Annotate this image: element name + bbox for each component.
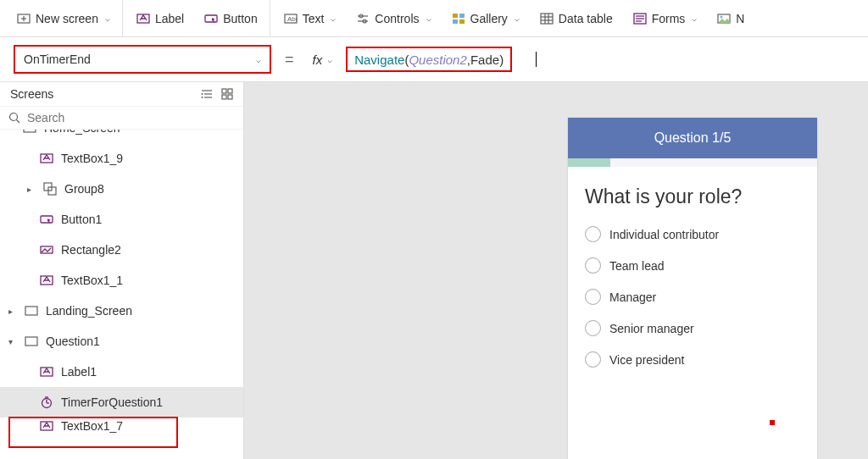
new-screen-label: New screen	[36, 12, 98, 25]
label-button[interactable]: Label	[126, 0, 194, 36]
question-title: What is your role?	[568, 167, 817, 218]
forms-button[interactable]: Forms ⌵	[623, 0, 708, 36]
tree-view-list-icon[interactable]	[201, 88, 213, 100]
media-label: N	[736, 12, 744, 25]
media-icon	[717, 12, 731, 25]
chevron-down-icon: ⌵	[515, 14, 520, 23]
forms-icon	[633, 12, 647, 25]
screen-icon	[22, 130, 37, 135]
radio-icon[interactable]	[585, 289, 601, 305]
tree-item-rectangle2[interactable]: Rectangle2	[0, 235, 243, 265]
chevron-down-icon: ⌵	[256, 55, 261, 64]
tree-item-home_screen[interactable]: Home_Screen	[0, 130, 243, 143]
label-icon	[39, 273, 54, 288]
data-table-icon	[540, 12, 554, 25]
annotation-dot	[770, 420, 775, 425]
tree-item-textbox1_7[interactable]: TextBox1_7	[0, 418, 243, 434]
option-senior-manager[interactable]: Senior manager	[585, 312, 800, 344]
search-input[interactable]	[25, 110, 235, 125]
option-label: Senior manager	[609, 322, 694, 335]
data-table-label: Data table	[559, 12, 613, 25]
svg-rect-34	[228, 95, 232, 99]
label-icon	[39, 151, 54, 166]
svg-rect-31	[222, 89, 226, 93]
svg-rect-13	[453, 19, 458, 24]
tree-item-question1[interactable]: ▾Question1	[0, 326, 243, 357]
option-individual-contributor[interactable]: Individual contributor	[585, 218, 800, 250]
tree-item-label1[interactable]: Label1	[0, 357, 243, 387]
tree-item-label: Group8	[64, 182, 104, 196]
tree-item-button1[interactable]: Button1	[0, 204, 243, 235]
canvas-area[interactable]: Question 1/5 What is your role? Individu…	[244, 82, 868, 459]
label-icon	[39, 364, 54, 379]
tree-title: Screens	[10, 87, 53, 101]
tree-item-timerforquestion1[interactable]: TimerForQuestion1	[0, 387, 243, 418]
timer-icon	[39, 395, 54, 410]
expand-arrow-icon[interactable]: ▸	[3, 307, 17, 316]
tree-item-landing_screen[interactable]: ▸Landing_Screen	[0, 296, 243, 326]
button-label: Button	[223, 12, 257, 25]
fx-button[interactable]: fx ⌵	[308, 53, 338, 67]
data-table-button[interactable]: Data table	[530, 0, 623, 36]
tree-item-label: Button1	[61, 213, 102, 226]
svg-rect-11	[453, 14, 458, 18]
tree-item-label: TimerForQuestion1	[61, 395, 163, 409]
option-label: Vice president	[609, 353, 684, 367]
radio-icon[interactable]	[585, 226, 601, 242]
radio-icon[interactable]	[585, 351, 601, 368]
svg-rect-32	[228, 89, 232, 93]
ribbon-toolbar: New screen ⌵ Label Button Abc Text ⌵ Con…	[0, 0, 868, 37]
svg-rect-44	[25, 307, 37, 315]
svg-rect-41	[41, 216, 53, 223]
text-cursor	[536, 52, 537, 67]
group-icon	[42, 181, 58, 196]
text-button[interactable]: Abc Text ⌵	[274, 0, 347, 36]
tree-item-group8[interactable]: ▸Group8	[0, 174, 243, 204]
tree-item-textbox1_9[interactable]: TextBox1_9	[0, 143, 243, 174]
equals-label: =	[280, 51, 299, 69]
controls-button[interactable]: Controls ⌵	[346, 0, 441, 36]
property-value: OnTimerEnd	[24, 53, 91, 66]
screen-icon	[24, 303, 39, 318]
svg-rect-15	[541, 14, 553, 24]
formula-fn: Navigate	[354, 53, 404, 67]
svg-point-29	[202, 93, 203, 95]
gallery-button[interactable]: Gallery ⌵	[442, 0, 530, 36]
expand-arrow-icon[interactable]: ▸	[22, 185, 36, 194]
tree-search[interactable]	[0, 107, 243, 130]
option-vice-president[interactable]: Vice president	[585, 344, 800, 375]
option-label: Individual contributor	[609, 228, 719, 241]
tree-panel: Screens Home_ScreenTextBox1_9▸Group8Butt…	[0, 82, 244, 459]
formula-bar: OnTimerEnd ⌵ = fx ⌵ Navigate(Question2,F…	[0, 37, 868, 82]
property-dropdown[interactable]: OnTimerEnd ⌵	[14, 45, 271, 74]
progress-bar	[568, 158, 817, 167]
rect-icon	[39, 242, 54, 257]
radio-icon[interactable]	[585, 320, 601, 336]
button-button[interactable]: Button	[194, 0, 270, 36]
media-button[interactable]: N	[707, 0, 744, 36]
button-icon	[204, 12, 218, 25]
option-manager[interactable]: Manager	[585, 281, 800, 312]
formula-input[interactable]: Navigate(Question2,Fade)	[346, 47, 512, 72]
expand-arrow-icon[interactable]: ▾	[3, 337, 17, 346]
option-team-lead[interactable]: Team lead	[585, 250, 800, 281]
preview-header-label: Question 1/5	[654, 130, 732, 146]
radio-icon[interactable]	[585, 257, 601, 274]
tree-item-textbox1_1[interactable]: TextBox1_1	[0, 265, 243, 296]
tree-view-grid-icon[interactable]	[221, 88, 233, 100]
svg-rect-45	[25, 337, 37, 346]
fx-label: fx	[313, 53, 323, 67]
svg-rect-4	[205, 15, 217, 22]
tree-item-label: Home_Screen	[44, 130, 120, 135]
svg-rect-14	[459, 19, 465, 24]
screen-icon	[24, 334, 39, 349]
button-icon	[39, 212, 54, 227]
formula-arg2: Fade	[470, 53, 499, 67]
new-screen-button[interactable]: New screen ⌵	[7, 0, 123, 36]
chevron-down-icon: ⌵	[426, 14, 431, 23]
tree-item-label: Landing_Screen	[46, 304, 132, 318]
svg-rect-12	[459, 14, 465, 18]
new-screen-icon	[17, 12, 31, 25]
svg-point-25	[721, 15, 723, 18]
app-preview: Question 1/5 What is your role? Individu…	[568, 118, 817, 459]
